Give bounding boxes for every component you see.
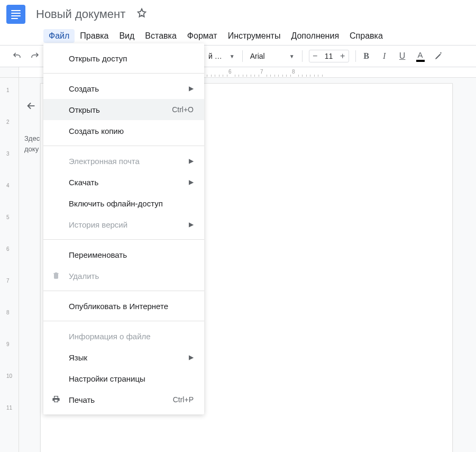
caret-down-icon: ▼: [289, 53, 295, 59]
menu-item-version-history: История версий ▶: [43, 214, 204, 235]
chevron-right-icon: ▶: [189, 221, 194, 228]
docs-logo[interactable]: [6, 5, 25, 24]
menu-edit[interactable]: Правка: [75, 29, 114, 43]
underline-button[interactable]: U: [395, 49, 410, 64]
menu-item-file-info: Информация о файле: [43, 326, 204, 347]
chevron-right-icon: ▶: [189, 178, 194, 186]
menu-item-download[interactable]: Скачать ▶: [43, 171, 204, 193]
menu-item-language[interactable]: Язык ▶: [43, 347, 204, 368]
menu-item-share[interactable]: Открыть доступ: [43, 48, 204, 69]
menu-item-make-copy[interactable]: Создать копию: [43, 120, 204, 141]
font-size-decrease[interactable]: −: [309, 51, 321, 61]
chevron-right-icon: ▶: [189, 354, 194, 361]
menu-item-print[interactable]: Печать Ctrl+P: [43, 389, 204, 410]
outline-back-arrow[interactable]: [25, 100, 37, 114]
menu-item-publish[interactable]: Опубликовать в Интернете: [43, 295, 204, 317]
italic-button[interactable]: I: [377, 49, 392, 64]
highlight-button[interactable]: [431, 49, 446, 64]
menu-item-rename[interactable]: Переименовать: [43, 244, 204, 265]
paragraph-style-dropdown[interactable]: й … ▼: [204, 52, 239, 60]
menu-view[interactable]: Вид: [114, 29, 140, 43]
file-menu-dropdown: Открыть доступ Создать ▶ Открыть Ctrl+O …: [43, 43, 204, 414]
redo-button[interactable]: [28, 49, 42, 64]
app-header: Новый документ: [0, 0, 476, 29]
star-icon[interactable]: [136, 7, 148, 21]
font-family-dropdown[interactable]: Arial ▼: [246, 52, 299, 60]
menu-item-offline[interactable]: Включить офлайн-доступ: [43, 193, 204, 214]
font-size-control: − +: [309, 50, 349, 62]
chevron-right-icon: ▶: [189, 157, 194, 165]
document-title[interactable]: Новый документ: [36, 7, 125, 21]
menu-item-delete: Удалить: [43, 265, 204, 286]
menu-insert[interactable]: Вставка: [140, 29, 181, 43]
menu-item-open[interactable]: Открыть Ctrl+O: [43, 99, 204, 120]
menu-addons[interactable]: Дополнения: [286, 29, 344, 43]
text-color-button[interactable]: A: [413, 49, 428, 64]
menu-format[interactable]: Формат: [182, 29, 223, 43]
menu-file[interactable]: Файл: [43, 29, 75, 43]
font-family-text: Arial: [250, 52, 265, 60]
caret-down-icon: ▼: [230, 53, 235, 59]
menubar: Файл Правка Вид Вставка Формат Инструмен…: [0, 29, 476, 43]
menu-help[interactable]: Справка: [344, 29, 388, 43]
undo-button[interactable]: [10, 49, 24, 64]
docs-logo-lines: [11, 8, 21, 21]
menu-item-page-setup[interactable]: Настройки страницы: [43, 368, 204, 389]
paragraph-style-text: й …: [208, 52, 222, 60]
chevron-right-icon: ▶: [189, 85, 194, 92]
menu-item-new[interactable]: Создать ▶: [43, 78, 204, 99]
bold-button[interactable]: B: [359, 49, 374, 64]
menu-tools[interactable]: Инструменты: [223, 29, 286, 43]
font-size-increase[interactable]: +: [337, 51, 349, 61]
shortcut-label: Ctrl+O: [172, 105, 194, 114]
trash-icon: [51, 271, 61, 281]
font-size-input[interactable]: [321, 52, 337, 60]
shortcut-label: Ctrl+P: [173, 395, 194, 404]
print-icon: [51, 395, 61, 405]
vertical-ruler[interactable]: [0, 78, 19, 452]
menu-item-email: Электронная почта ▶: [43, 150, 204, 171]
